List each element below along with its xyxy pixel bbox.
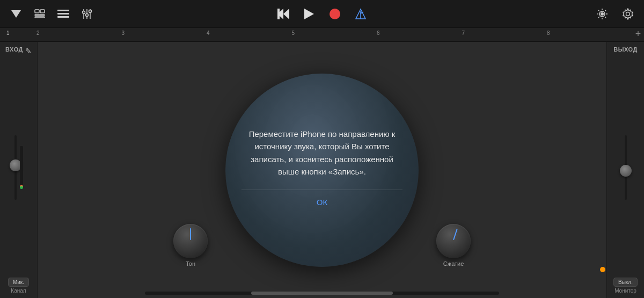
dialog-overlay: Переместите iPhone по направлению к исто…	[0, 42, 644, 298]
svg-marker-17	[304, 9, 314, 19]
svg-rect-2	[40, 10, 45, 13]
svg-line-30	[598, 17, 599, 18]
svg-marker-14	[283, 9, 289, 19]
svg-point-32	[626, 12, 630, 16]
toolbar	[0, 0, 644, 28]
svg-rect-7	[57, 16, 69, 18]
dialog-message: Переместите iPhone по направлению к исто…	[241, 128, 402, 178]
svg-rect-4	[35, 17, 45, 18]
main-area: ВХОД ✎ Мик. Канал Тон	[0, 42, 644, 298]
mixer-button[interactable]	[77, 4, 97, 24]
settings-button[interactable]	[618, 4, 638, 24]
list-view-button[interactable]	[54, 4, 73, 24]
toolbar-right	[592, 4, 638, 24]
dialog-divider	[241, 190, 402, 190]
svg-rect-3	[35, 14, 45, 16]
svg-line-27	[598, 10, 599, 11]
dialog-ok-button[interactable]: ОК	[301, 192, 343, 212]
play-button[interactable]	[299, 4, 319, 24]
svg-rect-5	[57, 10, 69, 11]
svg-point-31	[601, 12, 604, 16]
svg-line-28	[605, 17, 606, 18]
svg-point-12	[86, 13, 89, 16]
add-track-button[interactable]: +	[632, 28, 644, 40]
brightness-button[interactable]	[592, 4, 612, 24]
svg-marker-0	[11, 10, 21, 18]
svg-rect-6	[57, 13, 69, 14]
dialog-circle: Переместите iPhone по направлению к исто…	[225, 74, 419, 267]
layers-button[interactable]	[30, 4, 49, 24]
ruler-marks: 2 3 4 5 6 7 8	[36, 28, 632, 40]
toolbar-center	[274, 4, 370, 24]
svg-point-18	[330, 9, 340, 19]
svg-point-13	[89, 10, 92, 12]
record-button[interactable]	[325, 4, 345, 24]
ruler: 1 2 3 4 5 6 7 8 +	[0, 28, 644, 42]
svg-rect-1	[35, 10, 39, 13]
rewind-button[interactable]	[274, 4, 293, 24]
metronome-button[interactable]	[351, 4, 370, 24]
dropdown-button[interactable]	[6, 4, 26, 24]
svg-point-11	[83, 11, 85, 13]
svg-line-29	[605, 10, 606, 11]
